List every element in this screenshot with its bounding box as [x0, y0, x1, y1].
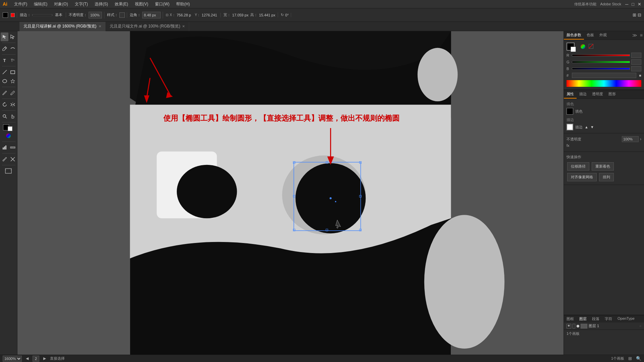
direct-select-tool[interactable] — [9, 33, 16, 41]
minimize-btn[interactable]: ─ — [625, 2, 628, 7]
style-btn[interactable] — [119, 12, 125, 18]
b-val-input[interactable] — [631, 66, 641, 71]
maximize-btn[interactable]: □ — [632, 2, 634, 7]
canvas-area[interactable]: 使用【椭圆工具】绘制圆形，【直接选择工具】调整，做出不规则的椭圆 — [17, 31, 564, 362]
appearance-tab[interactable]: 外观 — [597, 31, 609, 40]
artboard-tool[interactable] — [1, 167, 16, 175]
g-slider[interactable] — [572, 61, 630, 63]
properties-panel: 属性 描边 透明度 图形 填色 填色 描边 描边 ▲ ▼ — [564, 90, 644, 315]
color-spectrum-icon[interactable] — [581, 44, 585, 49]
tool-row-1 — [1, 33, 16, 41]
para-tab[interactable]: 段落 — [589, 315, 602, 322]
layer-eye-icon[interactable]: 👁 — [567, 324, 571, 328]
menu-object[interactable]: 对象(O) — [51, 1, 70, 8]
zoom-select[interactable]: 1600% — [3, 356, 22, 362]
rect-tool[interactable] — [9, 68, 16, 76]
star-tool[interactable] — [9, 77, 16, 85]
align-pixel-btn[interactable]: 对齐像素网格 — [567, 173, 597, 181]
r-slider[interactable] — [572, 54, 630, 56]
close-btn[interactable]: ✕ — [638, 2, 641, 7]
fill-display[interactable] — [567, 108, 573, 115]
graphic-tab[interactable]: 图形 — [606, 90, 619, 99]
ellipse-tool[interactable] — [1, 77, 8, 85]
svg-point-38 — [335, 201, 336, 202]
hex-input[interactable] — [572, 73, 636, 78]
frames-tab[interactable]: 图框 — [564, 315, 577, 322]
opacity-input[interactable] — [89, 12, 102, 18]
corner-input[interactable] — [142, 12, 161, 18]
text-tool[interactable]: T — [1, 56, 8, 65]
zoom-tool[interactable] — [1, 112, 8, 121]
curvature-tool[interactable] — [9, 44, 16, 53]
align-btn[interactable]: ⊞ — [633, 12, 636, 17]
svg-rect-1 — [11, 71, 15, 74]
page-prev-btn[interactable]: ◀ — [26, 356, 29, 361]
rotate-tool[interactable] — [1, 100, 8, 109]
menu-window[interactable]: 窗口(W) — [152, 1, 172, 8]
tab-1-close[interactable]: ✕ — [99, 24, 101, 28]
paintbrush-tool[interactable] — [1, 88, 8, 97]
menu-effect[interactable]: 效果(E) — [112, 1, 131, 8]
layers-tab[interactable]: 图层 — [577, 315, 589, 322]
tab-1[interactable]: 元且是只端讲解.ai @ 1600% (RGB/预览) ✕ — [19, 22, 106, 31]
stroke-down-arrow[interactable]: ▼ — [590, 125, 594, 129]
menu-text[interactable]: 文字(T) — [72, 1, 91, 8]
menu-select[interactable]: 选择(S) — [92, 1, 111, 8]
page-next-btn[interactable]: ▶ — [43, 356, 46, 361]
char-tab[interactable]: 字符 — [602, 315, 615, 322]
stroke-display[interactable] — [567, 124, 573, 130]
stroke-tab[interactable]: 描边 — [577, 90, 589, 99]
pencil-tool[interactable] — [9, 88, 16, 97]
color-spectrum-bar[interactable] — [567, 80, 641, 87]
stroke-type: 基本 — [55, 12, 62, 17]
offset-path-btn[interactable]: 位移路径 — [567, 162, 589, 171]
layer-1-item[interactable]: 👁 图层 1 ○ — [564, 322, 644, 329]
stroke-color-display[interactable] — [571, 47, 576, 52]
props-tab[interactable]: 属性 — [564, 90, 577, 99]
r-val-input[interactable] — [631, 53, 641, 58]
stroke-swatch[interactable] — [8, 126, 12, 131]
menu-view[interactable]: 视图(V) — [132, 1, 151, 8]
opentype-tab[interactable]: OpenType — [615, 315, 637, 322]
page-input[interactable] — [33, 356, 39, 362]
panel-menu-btn[interactable]: ≡ — [639, 31, 644, 40]
arrange-btn[interactable]: 排列 — [599, 173, 614, 181]
stroke-preview[interactable] — [32, 14, 52, 16]
layer-lock-icon[interactable] — [573, 324, 575, 328]
hand-tool[interactable] — [9, 112, 16, 121]
graph-tool[interactable] — [1, 143, 8, 152]
tab-2-close[interactable]: ✕ — [182, 24, 185, 28]
adobe-stock-label: Adobe Stock — [600, 2, 621, 6]
transparency-tab[interactable]: 透明度 — [589, 90, 606, 99]
color-tab[interactable]: 颜色参数 — [564, 31, 584, 40]
opacity-prop-input[interactable] — [622, 136, 639, 142]
fill-color-display[interactable] — [567, 43, 575, 51]
tab-2[interactable]: 元且是只端文件.ai @ 100% (RGB/预览) ✕ — [106, 22, 190, 31]
tool-group-opacity: 不透明度： — [69, 12, 104, 18]
measure-tool-2[interactable] — [9, 155, 16, 164]
status-zoom-in-icon[interactable]: 🔍 — [636, 356, 641, 361]
menu-edit[interactable]: 编辑(E) — [31, 1, 50, 8]
select-tool[interactable] — [1, 33, 8, 41]
eyedropper-tool[interactable] — [1, 155, 8, 164]
b-slider[interactable] — [572, 68, 630, 70]
measure-tool[interactable] — [9, 143, 16, 152]
status-layers-icon[interactable]: ⊞ — [628, 356, 632, 361]
distribute-btn[interactable]: ⊟ — [638, 12, 641, 17]
opacity-expand-arrow[interactable]: › — [640, 137, 641, 141]
reflect-tool[interactable] — [9, 100, 16, 109]
stroke-color-btn[interactable] — [11, 13, 15, 17]
stroke-up-arrow[interactable]: ▲ — [585, 125, 588, 129]
menu-help[interactable]: 帮助(H) — [173, 1, 193, 8]
sep-10 — [2, 165, 15, 165]
menu-file[interactable]: 文件(F) — [11, 1, 30, 8]
recolor-btn[interactable]: 重新着色 — [592, 162, 614, 171]
swatches-tab[interactable]: 色板 — [584, 31, 597, 40]
pen-tool[interactable] — [1, 44, 8, 53]
fill-color-btn[interactable] — [3, 12, 8, 18]
line-tool[interactable] — [1, 68, 8, 76]
color-mode-btn[interactable] — [1, 131, 16, 140]
touch-type-tool[interactable]: Tˢ — [9, 56, 16, 65]
panel-expand-btn[interactable]: ≫ — [631, 31, 639, 40]
g-val-input[interactable] — [631, 59, 641, 65]
